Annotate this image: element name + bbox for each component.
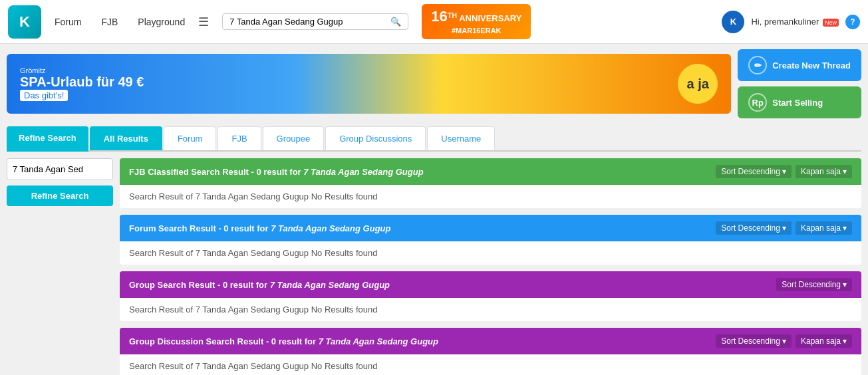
username-label: Hi, premankuliner New bbox=[751, 17, 839, 27]
group-disc-kapan-saja-button[interactable]: Kapan saja ▾ bbox=[796, 334, 852, 348]
group-disc-result-section: Group Discussion Search Result - 0 resul… bbox=[120, 328, 861, 375]
tab-all-results[interactable]: All Results bbox=[90, 126, 162, 150]
forum-result-header: Forum Search Result - 0 result for 7 Tan… bbox=[120, 215, 861, 241]
tab-username[interactable]: Username bbox=[427, 126, 495, 150]
group-result-body: Search Result of 7 Tanda Agan Sedang Gug… bbox=[120, 298, 861, 321]
rp-icon: Rp bbox=[748, 93, 767, 112]
tab-refine-search[interactable]: Refine Search bbox=[7, 126, 88, 152]
forum-result-controls: Sort Descending ▾ Kapan saja ▾ bbox=[716, 221, 852, 235]
nav-forum[interactable]: Forum bbox=[55, 17, 81, 27]
ad-line1: Grömitz bbox=[20, 66, 144, 74]
search-results: FJB Classified Search Result - 0 result … bbox=[120, 158, 861, 375]
group-disc-result-header: Group Discussion Search Result - 0 resul… bbox=[120, 328, 861, 354]
fjb-result-section: FJB Classified Search Result - 0 result … bbox=[120, 158, 861, 208]
search-icon[interactable]: 🔍 bbox=[390, 17, 401, 27]
create-thread-button[interactable]: ✏ Create New Thread bbox=[738, 49, 861, 81]
group-sort-button[interactable]: Sort Descending ▾ bbox=[776, 278, 852, 291]
group-result-title: Group Search Result - 0 result for 7 Tan… bbox=[129, 280, 390, 290]
sidebar-search-input[interactable] bbox=[13, 164, 107, 174]
group-disc-result-controls: Sort Descending ▾ Kapan saja ▾ bbox=[716, 334, 852, 348]
nav-playground[interactable]: Playground bbox=[138, 17, 185, 27]
search-input[interactable] bbox=[229, 17, 390, 27]
pencil-icon: ✏ bbox=[748, 56, 767, 74]
logo[interactable]: K bbox=[8, 5, 41, 39]
new-badge: New bbox=[823, 19, 839, 27]
tab-fjb[interactable]: FJB bbox=[217, 126, 261, 150]
tab-group-discussions[interactable]: Group Discussions bbox=[325, 126, 426, 150]
ad-line3: Das gibt's! bbox=[20, 90, 68, 101]
ad-line2: SPA-Urlaub für 49 € bbox=[20, 74, 144, 90]
user-avatar: K bbox=[722, 11, 744, 33]
ad-buttons-row: Grömitz SPA-Urlaub für 49 € Das gibt's! … bbox=[0, 44, 868, 124]
chevron-down-icon: ▾ bbox=[843, 336, 847, 346]
anniversary-hashtag: #MAR16ERAK bbox=[452, 27, 502, 35]
action-buttons: ✏ Create New Thread Rp Start Selling bbox=[738, 49, 861, 118]
ad-banner: Grömitz SPA-Urlaub für 49 € Das gibt's! … bbox=[7, 54, 731, 114]
forum-sort-button[interactable]: Sort Descending ▾ bbox=[716, 221, 792, 235]
logo-letter: K bbox=[19, 13, 30, 31]
start-selling-button[interactable]: Rp Start Selling bbox=[738, 86, 861, 118]
sidebar-search-box bbox=[7, 158, 113, 180]
tabs: All Results Forum FJB Groupee Group Disc… bbox=[88, 126, 861, 152]
group-result-controls: Sort Descending ▾ bbox=[776, 278, 852, 291]
fjb-result-header: FJB Classified Search Result - 0 result … bbox=[120, 158, 861, 185]
chevron-down-icon: ▾ bbox=[782, 223, 786, 233]
forum-result-body: Search Result of 7 Tanda Agan Sedang Gug… bbox=[120, 241, 861, 265]
forum-kapan-saja-button[interactable]: Kapan saja ▾ bbox=[796, 221, 852, 235]
anniversary-sup: TH bbox=[448, 11, 457, 19]
group-disc-sort-button[interactable]: Sort Descending ▾ bbox=[716, 334, 792, 348]
forum-result-title: Forum Search Result - 0 result for 7 Tan… bbox=[129, 223, 390, 233]
search-bar: 🔍 bbox=[222, 13, 408, 30]
chevron-down-icon: ▾ bbox=[782, 336, 786, 346]
fjb-result-body: Search Result of 7 Tanda Agan Sedang Gug… bbox=[120, 185, 861, 208]
anniversary-text: ANNIVERSARY bbox=[459, 13, 521, 23]
group-result-section: Group Search Result - 0 result for 7 Tan… bbox=[120, 271, 861, 321]
sidebar-refine-button[interactable]: Refine Search bbox=[7, 186, 113, 206]
help-icon[interactable]: ? bbox=[845, 15, 860, 29]
forum-result-section: Forum Search Result - 0 result for 7 Tan… bbox=[120, 215, 861, 265]
group-disc-result-title: Group Discussion Search Result - 0 resul… bbox=[129, 336, 438, 346]
anniversary-badge: 16TH ANNIVERSARY #MAR16ERAK bbox=[422, 4, 531, 39]
chevron-down-icon: ▾ bbox=[843, 280, 847, 289]
fjb-kapan-saja-button[interactable]: Kapan saja ▾ bbox=[796, 165, 852, 178]
header-right: K Hi, premankuliner New ? bbox=[722, 11, 860, 33]
chevron-down-icon: ▾ bbox=[782, 167, 786, 176]
tab-groupee[interactable]: Groupee bbox=[263, 126, 325, 150]
nav-fjb[interactable]: FJB bbox=[101, 17, 118, 27]
group-disc-result-body: Search Result of 7 Tanda Agan Sedang Gug… bbox=[120, 354, 861, 375]
fjb-sort-button[interactable]: Sort Descending ▾ bbox=[716, 165, 792, 178]
anniversary-number: 16 bbox=[431, 8, 447, 25]
sidebar: Refine Search bbox=[7, 158, 113, 375]
nav: Forum FJB Playground bbox=[55, 17, 185, 27]
hamburger-icon[interactable]: ☰ bbox=[198, 15, 209, 29]
group-result-header: Group Search Result - 0 result for 7 Tan… bbox=[120, 271, 861, 298]
chevron-down-icon: ▾ bbox=[843, 223, 847, 233]
ad-text: Grömitz SPA-Urlaub für 49 € Das gibt's! bbox=[20, 66, 144, 101]
fjb-result-controls: Sort Descending ▾ Kapan saja ▾ bbox=[716, 165, 852, 178]
chevron-down-icon: ▾ bbox=[843, 167, 847, 176]
tabs-row: Refine Search All Results Forum FJB Grou… bbox=[0, 126, 868, 152]
fjb-result-title: FJB Classified Search Result - 0 result … bbox=[129, 167, 424, 177]
tab-forum[interactable]: Forum bbox=[164, 126, 217, 150]
header: K Forum FJB Playground ☰ 🔍 16TH ANNIVERS… bbox=[0, 0, 868, 44]
main-layout: Refine Search FJB Classified Search Resu… bbox=[0, 152, 868, 375]
aja-logo: a ja bbox=[678, 64, 718, 104]
